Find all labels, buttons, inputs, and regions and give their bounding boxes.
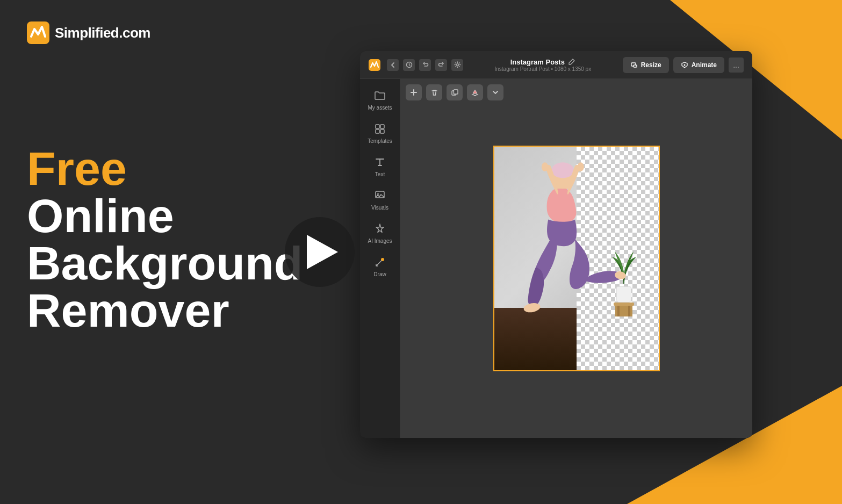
grid-icon bbox=[373, 122, 387, 136]
draw-icon bbox=[373, 255, 387, 269]
logo-area: Simplified.com bbox=[27, 21, 150, 44]
svg-point-19 bbox=[577, 162, 584, 171]
play-triangle-icon bbox=[307, 235, 338, 269]
svg-point-18 bbox=[551, 162, 574, 178]
svg-rect-11 bbox=[380, 129, 384, 133]
hero-line-free: Free bbox=[27, 145, 303, 192]
draw-label: Draw bbox=[373, 271, 386, 277]
svg-point-3 bbox=[456, 64, 458, 66]
yoga-person-svg bbox=[494, 158, 642, 370]
app-body: My assets Templates bbox=[360, 79, 752, 438]
fill-color-button[interactable] bbox=[467, 84, 483, 100]
header-logo-icon bbox=[369, 59, 380, 71]
header-actions: Resize Animate ... bbox=[623, 57, 744, 73]
edit-title-icon[interactable] bbox=[568, 58, 575, 66]
visuals-icon bbox=[373, 189, 387, 203]
sidebar-item-templates[interactable]: Templates bbox=[363, 118, 398, 148]
redo-button[interactable] bbox=[435, 59, 447, 71]
canvas-background bbox=[494, 147, 659, 370]
history-button[interactable] bbox=[403, 59, 415, 71]
sidebar-item-visuals[interactable]: Visuals bbox=[363, 184, 398, 215]
resize-button[interactable]: Resize bbox=[623, 57, 669, 73]
folder-icon bbox=[373, 89, 387, 103]
svg-rect-12 bbox=[376, 191, 384, 198]
hero-line-online: Online bbox=[27, 192, 303, 240]
delete-element-button[interactable] bbox=[426, 84, 442, 100]
svg-point-7 bbox=[683, 64, 685, 66]
sidebar-item-text[interactable]: Text bbox=[363, 151, 398, 182]
duplicate-button[interactable] bbox=[447, 84, 463, 100]
templates-label: Templates bbox=[368, 138, 392, 144]
logo-text: Simplified.com bbox=[55, 25, 150, 41]
visuals-label: Visuals bbox=[371, 205, 388, 211]
header-title-area: Instagram Posts Instagram Portrait Post … bbox=[470, 58, 616, 72]
sidebar-item-my-assets[interactable]: My assets bbox=[363, 84, 398, 115]
animate-button[interactable]: Animate bbox=[673, 57, 724, 73]
svg-rect-9 bbox=[380, 125, 384, 128]
svg-rect-8 bbox=[376, 125, 379, 128]
chevron-down-icon[interactable] bbox=[487, 84, 503, 100]
project-subtitle: Instagram Portrait Post • 1080 x 1350 px bbox=[494, 66, 591, 72]
app-mockup: Instagram Posts Instagram Portrait Post … bbox=[360, 51, 752, 438]
resize-icon bbox=[630, 61, 638, 69]
play-button-overlay[interactable] bbox=[285, 217, 355, 287]
add-element-button[interactable] bbox=[406, 84, 422, 100]
ai-images-label: AI Images bbox=[368, 238, 392, 244]
my-assets-label: My assets bbox=[368, 105, 392, 111]
text-label: Text bbox=[375, 171, 385, 177]
app-sidebar: My assets Templates bbox=[360, 79, 400, 438]
project-title: Instagram Posts bbox=[510, 58, 575, 66]
hero-line-background: Background bbox=[27, 240, 303, 287]
ai-magic-icon bbox=[373, 222, 387, 236]
hero-line-remover: Remover bbox=[27, 287, 303, 334]
design-canvas bbox=[493, 146, 660, 371]
app-header: Instagram Posts Instagram Portrait Post … bbox=[360, 51, 752, 79]
header-nav-icons bbox=[387, 59, 463, 71]
canvas-toolbar bbox=[406, 84, 503, 100]
animate-icon bbox=[681, 61, 688, 69]
back-button[interactable] bbox=[387, 59, 399, 71]
settings-button[interactable] bbox=[451, 59, 463, 71]
svg-rect-16 bbox=[454, 90, 458, 94]
sidebar-item-ai-images[interactable]: AI Images bbox=[363, 218, 398, 248]
play-button[interactable] bbox=[285, 217, 355, 287]
svg-rect-10 bbox=[376, 129, 379, 133]
more-options-button[interactable]: ... bbox=[729, 57, 744, 73]
app-canvas bbox=[400, 79, 752, 438]
text-icon bbox=[373, 155, 387, 169]
sidebar-item-draw[interactable]: Draw bbox=[363, 251, 398, 282]
simplified-logo-icon bbox=[27, 21, 49, 44]
svg-point-13 bbox=[377, 193, 379, 195]
undo-button[interactable] bbox=[419, 59, 431, 71]
svg-point-21 bbox=[523, 302, 541, 314]
svg-point-20 bbox=[541, 162, 548, 171]
hero-text-area: Free Online Background Remover bbox=[27, 145, 303, 334]
